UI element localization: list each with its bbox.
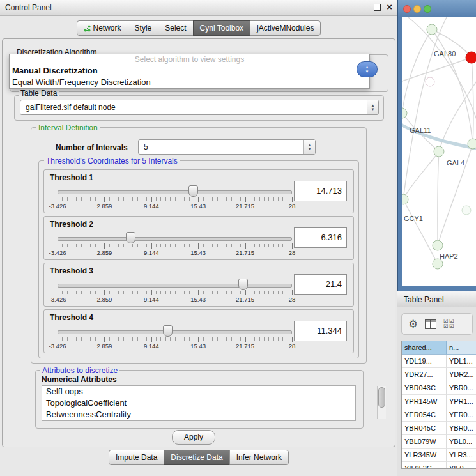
close-traffic-light[interactable] <box>403 5 411 13</box>
threshold-slider[interactable]: -3.426 2.859 9.144 15.43 21.715 28 <box>58 231 292 256</box>
apply-button[interactable]: Apply <box>172 430 215 445</box>
table-cell[interactable]: YBL079W <box>402 435 447 449</box>
tab-select[interactable]: Select <box>158 20 193 36</box>
tick <box>198 337 199 342</box>
slider-thumb[interactable] <box>188 185 198 197</box>
table-cell[interactable]: YIL0... <box>447 462 476 469</box>
zoom-traffic-light[interactable] <box>424 5 431 13</box>
network-node[interactable] <box>426 77 434 86</box>
network-node[interactable] <box>468 139 476 149</box>
table-cell[interactable]: YBL0... <box>447 435 476 449</box>
tab-network[interactable]: Network <box>77 20 128 36</box>
tick-label: 9.144 <box>144 203 159 210</box>
network-node[interactable] <box>402 194 408 204</box>
list-item[interactable]: BetweennessCentrality <box>42 409 355 420</box>
tab-label: Cyni Toolbox <box>200 24 243 33</box>
threshold-slider[interactable]: -3.426 2.859 9.144 15.43 21.715 28 <box>58 184 292 210</box>
number-of-intervals-combobox[interactable]: 5 ▴▾ <box>138 139 316 155</box>
algorithm-combo-button[interactable]: ▲ ▼ <box>357 61 378 77</box>
tick-label: 28 <box>289 203 296 210</box>
algorithm-option-manual[interactable]: Manual Discretization <box>10 65 369 77</box>
tick <box>151 290 152 295</box>
threshold-value-field[interactable]: 11.344 <box>294 321 347 341</box>
threshold-slider[interactable]: -3.426 2.859 9.144 15.43 21.715 28 <box>58 277 292 303</box>
tab-impute-data[interactable]: Impute Data <box>109 450 164 465</box>
network-node[interactable] <box>462 206 471 215</box>
table-row[interactable]: YLR345W YLR3... <box>402 449 476 462</box>
close-icon[interactable]: × <box>387 3 392 12</box>
algorithm-dropdown-popup: Select algorithm to view settings Manual… <box>9 54 370 89</box>
table-cell[interactable]: YBR0... <box>447 381 476 395</box>
column-header-shared-name[interactable]: shared... <box>402 341 447 355</box>
table-cell[interactable]: YER0... <box>447 408 476 422</box>
slider-minor-ticks <box>58 291 292 294</box>
table-cell[interactable]: YDR27... <box>402 368 447 381</box>
table-row[interactable]: YER054C YER0... <box>402 408 476 422</box>
gear-icon[interactable]: ⚙ <box>408 319 418 330</box>
network-canvas[interactable]: GAL80 GAL11 GAL4 GCY1 HAP2 <box>402 17 476 286</box>
column-header-name[interactable]: n... <box>447 341 476 355</box>
table-row[interactable]: YBL079W YBL0... <box>402 435 476 449</box>
columns-icon[interactable] <box>425 319 436 329</box>
table-cell[interactable]: YLR3... <box>447 449 476 462</box>
tab-infer-network[interactable]: Infer Network <box>229 450 289 465</box>
tick <box>58 337 58 342</box>
tick-label: 15.43 <box>190 249 206 256</box>
slider-thumb[interactable] <box>126 232 135 243</box>
combo-stepper-icon[interactable]: ▴▾ <box>303 140 315 154</box>
threshold-value-field[interactable]: 14.713 <box>294 181 347 201</box>
table-cell[interactable]: YBR043C <box>402 381 447 395</box>
list-scrollbar[interactable] <box>377 386 386 419</box>
slider-track[interactable] <box>58 237 292 241</box>
tab-jactivemnodules[interactable]: jActiveMNodules <box>250 20 321 36</box>
threshold-slider[interactable]: -3.426 2.859 9.144 15.43 21.715 28 <box>58 324 292 349</box>
algorithm-option-equal-width[interactable]: Equal Width/Frequency Discretization <box>10 77 369 88</box>
table-data-combobox[interactable]: galFiltered.sif default node ▴▾ <box>20 100 379 115</box>
tab-label: Network <box>93 24 121 33</box>
slider-thumb[interactable] <box>238 279 248 290</box>
threshold-value-field[interactable]: 6.316 <box>294 227 347 248</box>
threshold-label: Threshold 3 <box>50 266 93 275</box>
float-window-icon[interactable] <box>374 4 381 11</box>
table-cell[interactable]: YER054C <box>402 408 447 422</box>
table-cell[interactable]: YDR2... <box>447 368 476 381</box>
table-cell[interactable]: YIL052C <box>402 462 447 469</box>
threshold-value-field[interactable]: 21.4 <box>294 274 347 295</box>
select-columns-icon[interactable]: ☑☑ ☑☑ <box>443 319 455 329</box>
slider-track[interactable] <box>58 190 292 194</box>
list-item[interactable]: TopologicalCoefficient <box>42 397 355 409</box>
table-row[interactable]: YIL052C YIL0... <box>402 462 476 469</box>
tick-label: 9.144 <box>144 342 159 349</box>
scrollbar-thumb[interactable] <box>378 387 385 408</box>
table-row[interactable]: YDR27... YDR2... <box>402 368 476 381</box>
network-node[interactable] <box>433 259 443 269</box>
slider-track[interactable] <box>58 330 292 334</box>
selected-network-node[interactable] <box>466 52 476 63</box>
combo-stepper-icon[interactable]: ▴▾ <box>367 100 378 114</box>
table-row[interactable]: YDL19... YDL1... <box>402 355 476 368</box>
table-cell[interactable]: YDL1... <box>447 355 476 368</box>
slider-thumb[interactable] <box>163 325 173 337</box>
attributes-group-title: Attributes to discretize <box>40 366 119 375</box>
table-cell[interactable]: YPR1... <box>447 395 476 408</box>
minimize-traffic-light[interactable] <box>413 5 421 13</box>
table-cell[interactable]: YPR145W <box>402 395 447 408</box>
tab-discretize-data[interactable]: Discretize Data <box>164 450 229 465</box>
network-node[interactable] <box>427 24 437 35</box>
table-row[interactable]: YBR045C YBR0... <box>402 422 476 435</box>
tab-style[interactable]: Style <box>128 20 159 36</box>
table-cell[interactable]: YBR0... <box>447 422 476 435</box>
table-row[interactable]: YPR145W YPR1... <box>402 395 476 408</box>
table-cell[interactable]: YLR345W <box>402 449 447 462</box>
list-item[interactable]: SelfLoops <box>42 386 355 397</box>
table-cell[interactable]: YDL19... <box>402 355 447 368</box>
table-cell[interactable]: YBR045C <box>402 422 447 435</box>
tick <box>292 243 293 249</box>
slider-track[interactable] <box>58 284 292 288</box>
network-node[interactable] <box>433 240 443 250</box>
tab-cyni-toolbox[interactable]: Cyni Toolbox <box>193 20 250 36</box>
numerical-attributes-list[interactable]: SelfLoops TopologicalCoefficient Between… <box>42 385 356 421</box>
network-node[interactable] <box>434 146 444 157</box>
table-row[interactable]: YBR043C YBR0... <box>402 381 476 395</box>
network-node[interactable] <box>402 108 407 118</box>
